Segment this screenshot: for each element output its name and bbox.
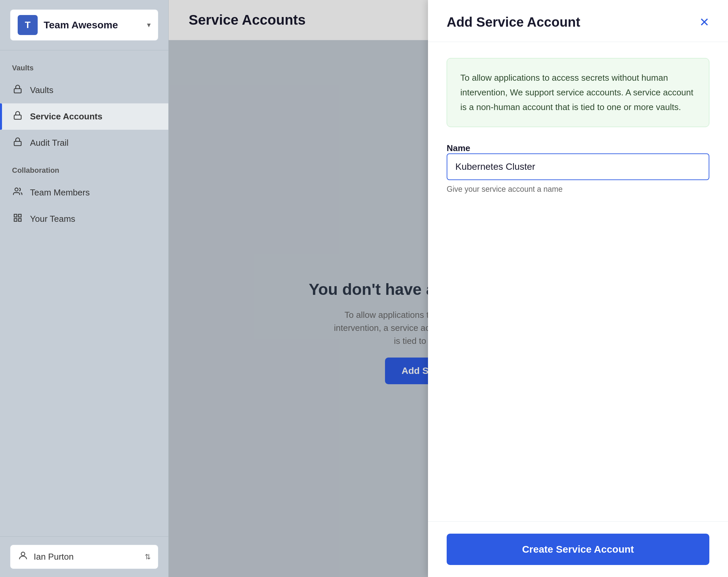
svg-rect-1 (14, 115, 21, 119)
service-account-name-input[interactable] (447, 153, 709, 180)
user-avatar-icon (18, 550, 28, 563)
name-field-group: Name Give your service account a name (447, 143, 709, 194)
team-members-icon (12, 187, 23, 198)
sidebar-nav: Vaults Vaults Service Accounts Audit Tra… (0, 50, 168, 536)
user-selector[interactable]: Ian Purton ⇅ (10, 545, 158, 569)
main-content: Service Accounts You don't have any serv… (169, 0, 728, 577)
sidebar-item-vaults[interactable]: Vaults (0, 77, 168, 103)
svg-rect-6 (14, 219, 17, 221)
user-name: Ian Purton (34, 552, 139, 562)
sidebar: T Team Awesome ▾ Vaults Vaults Service A… (0, 0, 169, 577)
sidebar-item-team-members-label: Team Members (30, 187, 90, 198)
sidebar-item-vaults-label: Vaults (30, 85, 53, 95)
audit-icon (12, 137, 23, 149)
close-panel-button[interactable]: ✕ (699, 16, 709, 28)
panel-header: Add Service Account ✕ (428, 0, 728, 42)
sidebar-item-service-accounts[interactable]: Service Accounts (0, 103, 168, 130)
team-name: Team Awesome (44, 19, 141, 31)
sidebar-item-your-teams[interactable]: Your Teams (0, 206, 168, 232)
service-account-icon (12, 111, 23, 122)
svg-rect-0 (14, 89, 21, 93)
svg-point-8 (21, 552, 25, 556)
sidebar-footer: Ian Purton ⇅ (0, 536, 168, 577)
sidebar-header: T Team Awesome ▾ (0, 0, 168, 50)
user-chevron-icon: ⇅ (145, 553, 151, 561)
create-service-account-button[interactable]: Create Service Account (447, 534, 709, 565)
info-box-text: To allow applications to access secrets … (460, 70, 696, 115)
info-box: To allow applications to access secrets … (447, 58, 709, 127)
team-avatar: T (18, 15, 38, 35)
svg-rect-5 (18, 215, 21, 217)
team-chevron-icon: ▾ (147, 21, 151, 29)
nav-section-vaults-label: Vaults (0, 60, 168, 77)
lock-icon (12, 84, 23, 96)
team-selector[interactable]: T Team Awesome ▾ (10, 9, 158, 41)
sidebar-item-team-members[interactable]: Team Members (0, 179, 168, 206)
panel-body: To allow applications to access secrets … (428, 42, 728, 521)
sidebar-item-your-teams-label: Your Teams (30, 214, 75, 224)
svg-rect-4 (14, 215, 17, 217)
sidebar-item-service-accounts-label: Service Accounts (30, 111, 102, 122)
name-field-hint: Give your service account a name (447, 185, 709, 194)
add-service-account-panel: Add Service Account ✕ To allow applicati… (428, 0, 728, 577)
svg-point-3 (15, 188, 18, 191)
your-teams-icon (12, 213, 23, 225)
name-field-label: Name (447, 143, 470, 153)
svg-rect-2 (14, 142, 21, 146)
panel-title: Add Service Account (447, 15, 580, 30)
sidebar-item-audit-trail[interactable]: Audit Trail (0, 130, 168, 156)
svg-rect-7 (18, 219, 21, 221)
nav-section-collaboration-label: Collaboration (0, 163, 168, 179)
panel-footer: Create Service Account (428, 521, 728, 577)
sidebar-item-audit-trail-label: Audit Trail (30, 138, 69, 148)
